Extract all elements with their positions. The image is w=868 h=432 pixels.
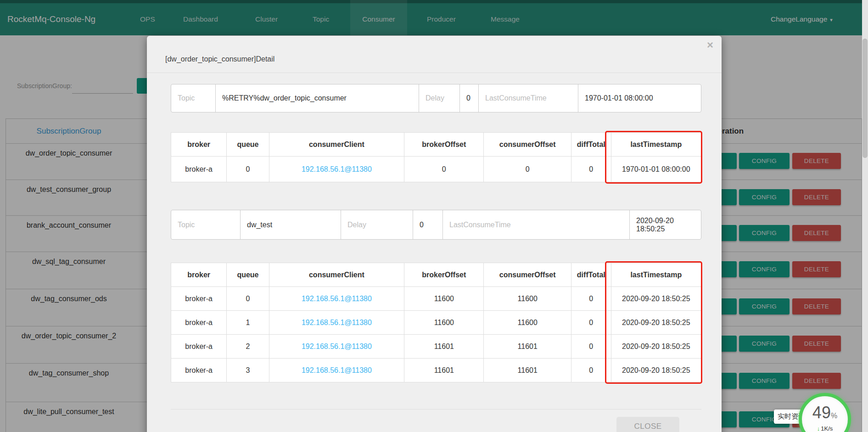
retry-queue-table: broker queue consumerClient brokerOffset… <box>171 132 701 182</box>
broker-cell: broker-a <box>171 287 227 311</box>
retry-queue-table-wrap: broker queue consumerClient brokerOffset… <box>171 132 701 182</box>
consumer-client-link[interactable]: 192.168.56.1@11380 <box>269 359 404 382</box>
dw-test-queue-table: broker queue consumerClient brokerOffset… <box>171 263 701 382</box>
last-consume-time-value: 2020-09-20 18:50:25 <box>629 210 701 239</box>
col-broker: broker <box>171 133 227 157</box>
table-header-row: broker queue consumerClient brokerOffset… <box>171 133 701 157</box>
queue-cell: 1 <box>227 311 269 335</box>
topic-label: Topic <box>171 210 240 239</box>
close-button[interactable]: CLOSE <box>616 417 679 432</box>
table-row: broker-a 0 192.168.56.1@11380 11600 1160… <box>171 287 701 311</box>
queue-cell: 0 <box>227 157 269 182</box>
consumer-offset-cell: 11600 <box>484 287 571 311</box>
diff-total-cell: 0 <box>571 157 611 182</box>
last-consume-time-label: LastConsumeTime <box>479 84 578 112</box>
scrollbar-thumb[interactable] <box>862 39 868 158</box>
table-row: broker-a 2 192.168.56.1@11380 11601 1160… <box>171 335 701 359</box>
col-queue: queue <box>227 263 269 287</box>
col-broker-offset: brokerOffset <box>404 133 484 157</box>
col-consumer-client: consumerClient <box>269 133 404 157</box>
queue-cell: 2 <box>227 335 269 359</box>
delay-label: Delay <box>419 84 459 112</box>
consumer-offset-cell: 0 <box>484 157 571 182</box>
dw-test-field-group: Topic dw_test Delay 0 LastConsumeTime 20… <box>171 210 701 240</box>
diff-total-cell: 0 <box>571 359 611 382</box>
col-last-timestamp: lastTimestamp <box>611 133 701 157</box>
consumer-offset-cell: 11600 <box>484 311 571 335</box>
col-broker-offset: brokerOffset <box>404 263 484 287</box>
col-last-timestamp: lastTimestamp <box>611 263 701 287</box>
modal-header: [dw_order_topic_consumer]Detail <box>147 36 722 73</box>
col-consumer-client: consumerClient <box>269 263 404 287</box>
last-timestamp-cell: 1970-01-01 08:00:00 <box>611 157 701 182</box>
download-speed: ↓1K/s <box>802 425 848 432</box>
modal-title: [dw_order_topic_consumer]Detail <box>165 55 703 63</box>
last-consume-time-label: LastConsumeTime <box>443 210 629 239</box>
last-timestamp-cell: 2020-09-20 18:50:25 <box>611 359 701 382</box>
diff-total-cell: 0 <box>571 287 611 311</box>
broker-offset-cell: 11600 <box>404 311 484 335</box>
col-broker: broker <box>171 263 227 287</box>
last-consume-time-value: 1970-01-01 08:00:00 <box>578 84 701 112</box>
col-diff-total: diffTotal <box>571 263 611 287</box>
col-queue: queue <box>227 133 269 157</box>
consumer-client-link[interactable]: 192.168.56.1@11380 <box>269 157 404 182</box>
consumer-client-link[interactable]: 192.168.56.1@11380 <box>269 311 404 335</box>
consumer-offset-cell: 11601 <box>484 335 571 359</box>
delay-value: 0 <box>459 84 479 112</box>
last-timestamp-cell: 2020-09-20 18:50:25 <box>611 287 701 311</box>
down-arrow-icon: ↓ <box>817 425 820 432</box>
col-diff-total: diffTotal <box>571 133 611 157</box>
last-timestamp-cell: 2020-09-20 18:50:25 <box>611 335 701 359</box>
close-icon[interactable]: × <box>707 39 713 50</box>
modal-footer: CLOSE <box>171 409 701 432</box>
topic-label: Topic <box>171 84 215 112</box>
dw-test-queue-table-wrap: broker queue consumerClient brokerOffset… <box>171 263 701 382</box>
table-header-row: broker queue consumerClient brokerOffset… <box>171 263 701 287</box>
delay-value: 0 <box>413 210 443 239</box>
broker-offset-cell: 11600 <box>404 287 484 311</box>
diff-total-cell: 0 <box>571 335 611 359</box>
broker-cell: broker-a <box>171 157 227 182</box>
broker-offset-cell: 11601 <box>404 359 484 382</box>
last-timestamp-cell: 2020-09-20 18:50:25 <box>611 311 701 335</box>
diff-total-cell: 0 <box>571 311 611 335</box>
broker-cell: broker-a <box>171 311 227 335</box>
consumer-client-link[interactable]: 192.168.56.1@11380 <box>269 287 404 311</box>
dw-test-section: Topic dw_test Delay 0 LastConsumeTime 20… <box>171 210 701 382</box>
screen: RocketMq-Console-Ng OPS Dashboard Cluste… <box>0 0 868 432</box>
percent-value: 49% <box>802 404 848 424</box>
broker-cell: broker-a <box>171 335 227 359</box>
broker-cell: broker-a <box>171 359 227 382</box>
col-consumer-offset: consumerOffset <box>484 133 571 157</box>
consumer-detail-modal: × [dw_order_topic_consumer]Detail Topic … <box>147 36 722 432</box>
consumer-offset-cell: 11601 <box>484 359 571 382</box>
modal-body: Topic %RETRY%dw_order_topic_consumer Del… <box>147 73 722 432</box>
consumer-client-link[interactable]: 192.168.56.1@11380 <box>269 335 404 359</box>
queue-cell: 3 <box>227 359 269 382</box>
retry-topic-field-group: Topic %RETRY%dw_order_topic_consumer Del… <box>171 84 701 112</box>
delay-label: Delay <box>341 210 413 239</box>
broker-offset-cell: 11601 <box>404 335 484 359</box>
table-row: broker-a 0 192.168.56.1@11380 0 0 0 1970… <box>171 157 701 182</box>
table-row: broker-a 1 192.168.56.1@11380 11600 1160… <box>171 311 701 335</box>
table-row: broker-a 3 192.168.56.1@11380 11601 1160… <box>171 359 701 382</box>
topic-value: %RETRY%dw_order_topic_consumer <box>215 84 419 112</box>
scrollbar[interactable] <box>862 0 868 432</box>
queue-cell: 0 <box>227 287 269 311</box>
broker-offset-cell: 0 <box>404 157 484 182</box>
col-consumer-offset: consumerOffset <box>484 263 571 287</box>
topic-value: dw_test <box>240 210 341 239</box>
